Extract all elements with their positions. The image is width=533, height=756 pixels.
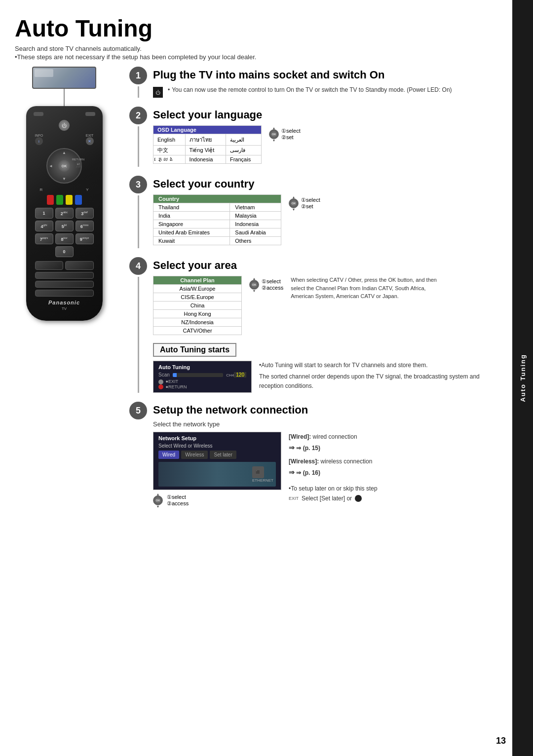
- num-4[interactable]: 4ghi: [35, 221, 53, 231]
- tuning-note2: The sorted channel order depends upon th…: [259, 372, 484, 391]
- num-1[interactable]: 1: [35, 208, 53, 219]
- step-4-access-label: ②access: [262, 285, 283, 291]
- osd-header: OSD Language: [153, 126, 262, 134]
- step-2-labels: ①select ②set: [281, 128, 301, 141]
- step-2-content: Select your language OSD Language Englis…: [153, 107, 484, 167]
- osd-row3-col2: Indonesia: [185, 155, 226, 164]
- step-4-line: [138, 277, 139, 393]
- num-2[interactable]: 2abc: [55, 208, 74, 219]
- wired-page: ⇒ ⇒ (p. 15): [289, 442, 378, 454]
- setup-later-section: •To setup later on or skip this step EXI…: [289, 484, 378, 504]
- step-5-number-col: 5: [123, 402, 153, 507]
- step-4-right: When selecting CATV / Other, press the O…: [291, 276, 439, 338]
- step-2-circle: 2: [129, 107, 147, 124]
- up-arrow-icon-5: ▲: [156, 492, 160, 496]
- auto-tuning-notes: •Auto Tuning will start to search for TV…: [259, 361, 484, 391]
- at-channel-display: CH4: [226, 372, 234, 378]
- num-6[interactable]: 6mno: [76, 221, 94, 231]
- step-1-desc: You can now use the remote control to tu…: [168, 85, 452, 94]
- num-0[interactable]: 0: [55, 246, 74, 257]
- cp-catv: CATV/Other: [153, 327, 242, 335]
- extra-btn-3[interactable]: [35, 272, 94, 279]
- step-5-indicator: ▲ OK ▼ ①select ②access: [153, 494, 281, 507]
- num-3[interactable]: 3def: [76, 208, 94, 219]
- network-setup-screen: Network Setup Select Wired or Wireless W…: [153, 432, 281, 490]
- auto-tuning-screen: Auto Tuning Scan CH4: [153, 361, 252, 393]
- step-4-select-label: ①select: [262, 278, 283, 285]
- ns-wired-btn[interactable]: Wired: [158, 451, 179, 459]
- step-4-indicator: ▲ OK ▼ ①select ②access: [249, 278, 283, 291]
- step-1-power-row: ⏻ You can now use the remote control to …: [153, 85, 484, 98]
- osd-row1-col3: العربية: [226, 134, 261, 146]
- tv-type-label: TV: [31, 306, 98, 311]
- red-button[interactable]: [47, 195, 54, 205]
- step-4-select-row: ▲ OK ▼ ①select ②access: [249, 278, 283, 291]
- down-arrow-icon-4: ▼: [253, 289, 256, 293]
- remote-top-btn-right: [85, 112, 95, 116]
- panasonic-logo: Panasonic: [31, 300, 98, 305]
- yellow-button[interactable]: [66, 195, 73, 205]
- power-symbol-icon: ⏻: [153, 87, 163, 98]
- exit-circle-icon: [355, 495, 362, 502]
- info-button[interactable]: INFO i: [35, 134, 43, 145]
- return-icon[interactable]: ↩: [75, 161, 82, 168]
- power-button[interactable]: ⏻: [59, 120, 70, 131]
- ns-set-later-btn[interactable]: Set later: [210, 451, 236, 459]
- step-2-line: [138, 126, 139, 167]
- auto-tuning-screen-wrapper: Auto Tuning Scan CH4: [153, 361, 252, 393]
- up-arrow-icon-4: ▲: [253, 277, 256, 280]
- ns-wireless-btn[interactable]: Wireless: [181, 451, 208, 459]
- num-5[interactable]: 5jkl: [55, 221, 74, 231]
- num-8[interactable]: 8tuv: [55, 233, 74, 244]
- osd-table-wrapper: OSD Language English ภาษาไทย العربية 中文 …: [153, 125, 262, 164]
- dpad-down[interactable]: ▼: [62, 177, 66, 181]
- ok-button[interactable]: OK: [58, 160, 70, 172]
- step-5-labels: ①select ②access: [167, 494, 189, 507]
- exit-label-step5: EXIT: [289, 495, 299, 502]
- step-1-title: Plug the TV into mains socket and switch…: [153, 69, 484, 81]
- tv-screen-preview: [32, 67, 96, 89]
- extra-btn-5[interactable]: [35, 290, 94, 297]
- step-1-content: Plug the TV into mains socket and switch…: [153, 67, 484, 98]
- country-singapore: Singapore: [153, 220, 230, 228]
- step-5-ok-btn: ▲ OK ▼: [153, 495, 163, 505]
- step-5-left: Network Setup Select Wired or Wireless W…: [153, 432, 281, 507]
- wireless-info: [Wireless]: wireless connection: [289, 456, 378, 466]
- step-3-select-label: ①select: [301, 197, 320, 203]
- extra-btn-2[interactable]: [65, 261, 94, 270]
- step-1-number-col: 1: [123, 67, 153, 98]
- step-5-subtitle: Select the network type: [153, 420, 484, 428]
- num-7[interactable]: 7pqrs: [35, 233, 53, 244]
- osd-row3-col1: ភ្លេង: [153, 155, 186, 164]
- auto-tuning-starts-label: Auto Tuning starts: [153, 343, 236, 357]
- extra-btn-4[interactable]: [35, 281, 94, 288]
- r-label: R: [40, 188, 43, 192]
- step-3-line: [138, 195, 139, 248]
- subtitle1: Search and store TV channels automatical…: [15, 45, 484, 52]
- channel-plan-header: Channel Plan: [153, 276, 242, 285]
- dpad-left[interactable]: ◄: [49, 164, 53, 168]
- y-label: Y: [86, 188, 88, 192]
- osd-row1-col2: ภาษาไทย: [185, 134, 226, 146]
- step-3-indicator: ▲ OK ▼ ①select ②set: [289, 197, 320, 210]
- country-vietnam: Vietnam: [230, 203, 281, 212]
- step-4-left: Channel Plan Asia/W.Europe CIS/E.Europe …: [153, 276, 283, 338]
- step-4-number-col: 4: [123, 257, 153, 393]
- ns-image-area: ⬛ ETHERNET: [158, 462, 276, 487]
- remote-top-btn-left: [34, 112, 43, 116]
- dpad-up[interactable]: ▲: [62, 151, 66, 155]
- num-9[interactable]: 9wxyz: [76, 233, 94, 244]
- extra-btn-1[interactable]: [35, 261, 64, 270]
- green-button[interactable]: [56, 195, 63, 205]
- steps-column: 1 Plug the TV into mains socket and swit…: [123, 67, 484, 516]
- country-table-wrapper: Country Thailand Vietnam India Malaysia: [153, 194, 281, 245]
- step-2-indicator: ▲ OK ▼ ①select ②set: [269, 128, 301, 141]
- cp-nz: NZ/Indonesia: [153, 318, 242, 327]
- at-exit-icon: [158, 379, 163, 384]
- blue-button[interactable]: [75, 195, 82, 205]
- step-3-ok-btn: ▲ OK ▼: [289, 198, 299, 208]
- arrow-right-wireless: ⇒: [289, 468, 295, 476]
- step-1-line: [138, 86, 139, 98]
- step-4-title: Select your area: [153, 259, 484, 272]
- exit-button[interactable]: EXIT ✕: [86, 134, 94, 145]
